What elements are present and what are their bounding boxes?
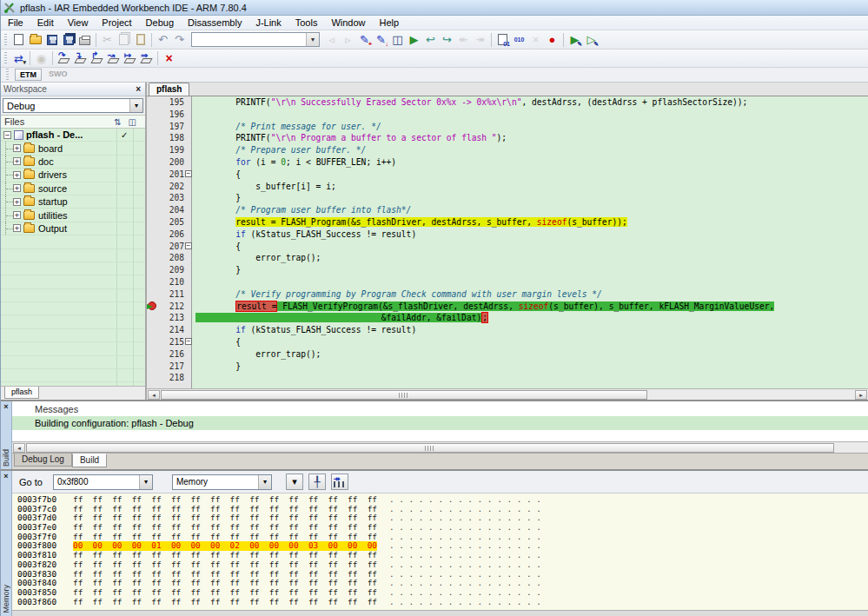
copy-icon[interactable] — [116, 32, 132, 48]
code-line-214[interactable]: 214 if (kStatus_FLASH_Success != result) — [147, 324, 868, 336]
memory-hex-dump[interactable]: 0003f7b0ff ff ff ff ff ff ff ff ff ff ff… — [12, 493, 868, 610]
tab-debug-log[interactable]: Debug Log — [14, 454, 72, 467]
code-line-215[interactable]: 215− { — [147, 336, 868, 348]
output-column-icon[interactable]: ◫ — [129, 117, 136, 127]
memory-close-icon[interactable]: × — [3, 472, 8, 480]
menu-file[interactable]: File — [1, 17, 30, 29]
toolbar-grip[interactable] — [4, 34, 7, 46]
code-line-216[interactable]: 216 error_trap(); — [147, 348, 868, 361]
tree-folder-source[interactable]: +source — [1, 182, 145, 195]
collapse-icon[interactable]: − — [3, 131, 11, 139]
step-into-icon[interactable]: ↴ — [72, 50, 89, 66]
code-line-217[interactable]: 217 } — [147, 361, 868, 373]
expand-icon[interactable]: + — [13, 157, 21, 165]
sort-icon[interactable]: ⇅ — [114, 117, 121, 127]
memory-bytes[interactable]: ff ff ff ff ff ff ff ff ff ff ff ff ff f… — [73, 588, 377, 598]
next-statement-icon[interactable]: ↝ — [105, 50, 122, 66]
configuration-dropdown[interactable]: Debug ▾ — [3, 98, 143, 113]
tree-folder-output[interactable]: +Output — [1, 222, 145, 235]
find-next-icon[interactable]: ▹ — [340, 32, 356, 48]
menu-jlink[interactable]: J-Link — [248, 17, 288, 29]
tree-folder-startup[interactable]: +startup — [1, 195, 145, 209]
scroll-left-icon[interactable]: ◂ — [148, 390, 160, 400]
code-line-200[interactable]: 200 for (i = 0; i < BUFFER_LEN; i++) — [147, 156, 868, 169]
save-icon[interactable] — [43, 32, 60, 48]
code-line-210[interactable]: 210 — [147, 276, 868, 288]
memory-live-update-button[interactable]: ↠ — [331, 474, 348, 490]
redo-icon[interactable]: ↷ — [171, 32, 188, 48]
chevron-down-icon[interactable]: ▾ — [129, 99, 142, 112]
menu-help[interactable]: Help — [373, 17, 407, 29]
code-line-199[interactable]: 199 /* Prepare user buffer. */ — [147, 144, 868, 156]
memory-zone-combo[interactable]: Memory ▾ — [172, 474, 272, 490]
memory-row-0003f820[interactable]: 0003f820ff ff ff ff ff ff ff ff ff ff ff… — [17, 560, 868, 570]
code-line-204[interactable]: 204 /* Program user buffer into flash*/ — [147, 204, 868, 216]
code-line-206[interactable]: 206 if (kStatus_FLASH_Success != result) — [147, 229, 868, 241]
toggle-bookmark-icon[interactable]: ✎+ — [356, 32, 373, 48]
download-and-debug-icon[interactable]: ▶✎ — [567, 32, 583, 48]
goto-address-combo[interactable]: 0x3f800 ▾ — [53, 474, 153, 490]
save-all-icon[interactable] — [60, 32, 76, 48]
fold-collapse-icon[interactable]: − — [185, 170, 192, 177]
editor-tab-pflash[interactable]: pflash — [149, 83, 189, 96]
make-icon[interactable]: 010 — [511, 32, 527, 48]
code-line-211[interactable]: 211 /* Verify programming by Program Che… — [147, 288, 868, 301]
expand-icon[interactable]: + — [13, 224, 21, 232]
reset-icon[interactable]: ⇄▾ — [10, 50, 27, 66]
code-line-195[interactable]: 195 PRINTF("\r\n Successfully Erased Sec… — [147, 96, 868, 109]
scroll-left-icon[interactable]: ◂ — [13, 443, 25, 453]
swo-button[interactable]: SWO — [44, 69, 72, 81]
expand-icon[interactable]: + — [13, 211, 21, 219]
go-icon[interactable]: ⇒ — [138, 50, 155, 66]
chevron-down-icon[interactable]: ▾ — [139, 475, 152, 489]
cut-icon[interactable]: ✂ — [99, 32, 116, 48]
code-line-209[interactable]: 209 } — [147, 264, 868, 276]
toolbar-grip[interactable] — [4, 52, 7, 64]
menu-debug[interactable]: Debug — [139, 17, 181, 29]
stop-build-icon[interactable]: × — [527, 32, 544, 48]
code-area[interactable]: 195 PRINTF("\r\n Successfully Erased Sec… — [147, 96, 868, 388]
menu-project[interactable]: Project — [95, 17, 138, 29]
next-location-icon[interactable]: ↠ — [472, 32, 488, 48]
tree-root-pflash[interactable]: −pflash - De...✓ — [1, 129, 145, 142]
tree-folder-drivers[interactable]: +drivers — [1, 169, 145, 182]
editor-horizontal-scrollbar[interactable]: ◂ ▸ — [147, 388, 868, 400]
menu-disassembly[interactable]: Disassembly — [181, 17, 248, 29]
expand-icon[interactable]: + — [13, 198, 21, 206]
code-line-203[interactable]: 203 } — [147, 192, 868, 204]
memory-columns-button[interactable]: ╀ — [308, 474, 326, 490]
go-to-icon[interactable]: ▶ — [406, 32, 422, 48]
memory-bytes[interactable]: ff ff ff ff ff ff ff ff ff ff ff ff ff f… — [73, 598, 377, 607]
code-line-198[interactable]: 198 PRINTF("\r\n Program a buffer to a s… — [147, 132, 868, 144]
memory-options-dropdown[interactable]: ▾ — [286, 474, 303, 490]
fold-collapse-icon[interactable]: − — [185, 242, 192, 249]
code-line-202[interactable]: 202 s_buffer[i] = i; — [147, 181, 868, 193]
scrollbar-thumb[interactable] — [26, 443, 834, 453]
tree-folder-doc[interactable]: +doc — [1, 156, 145, 169]
scroll-right-icon[interactable]: ▸ — [855, 390, 867, 400]
stop-debugging-icon[interactable]: × — [161, 50, 177, 66]
paste-icon[interactable] — [132, 32, 149, 48]
compile-icon[interactable]: 01 — [494, 32, 511, 48]
memory-row-0003f860[interactable]: 0003f860ff ff ff ff ff ff ff ff ff ff ff… — [17, 598, 868, 607]
code-line-218[interactable]: 218 — [147, 372, 868, 384]
next-bookmark-icon[interactable]: ✎↓ — [373, 32, 389, 48]
build-close-icon[interactable]: × — [3, 402, 8, 411]
chevron-down-icon[interactable]: ▾ — [258, 475, 271, 489]
etm-button[interactable]: ETM — [15, 69, 42, 81]
menu-window[interactable]: Window — [324, 17, 372, 29]
expand-icon[interactable]: + — [13, 184, 21, 192]
memory-bytes[interactable]: ff ff ff ff ff ff ff ff ff ff ff ff ff f… — [73, 560, 377, 570]
code-line-196[interactable]: 196 — [147, 109, 868, 121]
run-to-cursor-icon[interactable]: ↦ — [122, 50, 138, 66]
tree-folder-utilities[interactable]: +utilities — [1, 209, 145, 222]
navigate-back-icon[interactable]: ↩ — [422, 32, 439, 48]
tab-build[interactable]: Build — [72, 454, 107, 467]
breakpoint-execution-icon[interactable] — [148, 301, 156, 310]
workspace-close-icon[interactable]: × — [134, 84, 142, 94]
quick-search-combo[interactable]: ▾ — [191, 32, 320, 47]
code-line-197[interactable]: 197 /* Print message for user. */ — [147, 121, 868, 133]
scrollbar-thumb[interactable] — [161, 390, 647, 400]
code-line-213[interactable]: 213 &failAddr, &failDat); — [147, 312, 868, 324]
workspace-tab-pflash[interactable]: pflash — [4, 387, 39, 399]
